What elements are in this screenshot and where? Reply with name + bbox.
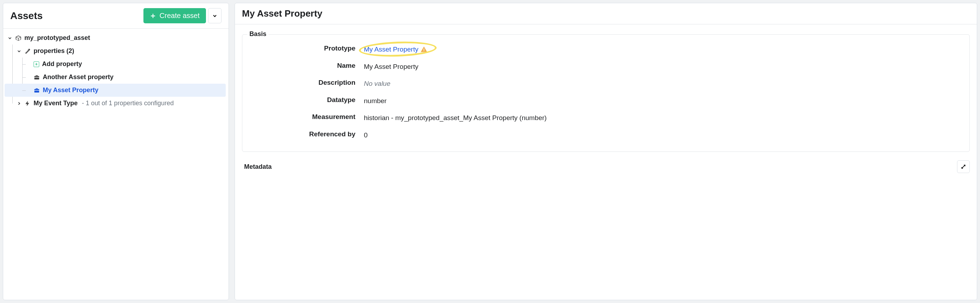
briefcase-icon [33, 87, 40, 94]
assets-panel: Assets Create asset my_prototyped_asset [3, 3, 229, 300]
prototype-link[interactable]: My Asset Property [364, 44, 428, 55]
expand-button[interactable] [957, 160, 970, 173]
chevron-down-icon [8, 36, 13, 41]
tree-event-type-label: My Event Type [33, 100, 78, 107]
name-key: Name [250, 62, 355, 72]
chevron-down-icon [17, 49, 22, 54]
details-title: My Asset Property [242, 8, 322, 19]
asset-tree: my_prototyped_asset properties (2) + Add… [3, 29, 229, 113]
details-header: My Asset Property [235, 3, 977, 24]
tree-item-another-property[interactable]: Another Asset property [5, 71, 226, 84]
plus-icon [150, 13, 156, 19]
chevron-down-icon [212, 13, 218, 19]
prototype-link-label: My Asset Property [364, 44, 418, 55]
bolt-icon [24, 100, 31, 107]
description-key: Description [250, 79, 355, 89]
expand-icon [961, 164, 966, 170]
datatype-value: number [364, 96, 963, 106]
assets-title: Assets [10, 10, 43, 22]
description-value: No value [364, 79, 963, 89]
metadata-legend: Metadata [242, 163, 274, 171]
prototype-key: Prototype [250, 44, 355, 55]
tree-item-my-asset-property[interactable]: My Asset Property [5, 84, 226, 97]
ruler-icon [24, 48, 31, 54]
chevron-right-icon [17, 101, 22, 106]
svg-line-2 [962, 165, 965, 168]
create-asset-dropdown[interactable] [208, 8, 221, 23]
briefcase-icon [33, 74, 40, 81]
create-asset-label: Create asset [160, 12, 200, 20]
referencedby-key: Referenced by [250, 130, 355, 141]
add-icon: + [33, 62, 39, 67]
basis-legend: Basis [247, 30, 269, 38]
tree-root-asset[interactable]: my_prototyped_asset [5, 32, 226, 44]
tree-properties-label: properties (2) [33, 47, 74, 55]
referencedby-value: 0 [364, 130, 963, 141]
tree-event-type-note: - 1 out of 1 properties configured [82, 100, 174, 107]
name-value: My Asset Property [364, 62, 963, 72]
basis-fieldset: Basis Prototype My Asset Property Name M… [242, 34, 970, 152]
tree-properties-group[interactable]: properties (2) [5, 44, 226, 57]
measurement-key: Measurement [250, 113, 355, 123]
datatype-key: Datatype [250, 96, 355, 106]
details-panel: My Asset Property Basis Prototype My Ass… [235, 3, 977, 300]
tree-root-label: my_prototyped_asset [24, 34, 90, 42]
tree-add-property-label: Add property [42, 60, 82, 68]
warning-icon [420, 46, 428, 53]
measurement-value: historian - my_prototyped_asset_My Asset… [364, 113, 963, 123]
cube-icon [15, 35, 22, 41]
tree-item-label: My Asset Property [43, 87, 98, 94]
tree-item-label: Another Asset property [43, 73, 113, 81]
tree-event-type[interactable]: My Event Type - 1 out of 1 properties co… [5, 97, 226, 110]
tree-add-property[interactable]: + Add property [5, 57, 226, 71]
assets-header: Assets Create asset [3, 3, 229, 28]
create-asset-button[interactable]: Create asset [143, 8, 206, 23]
